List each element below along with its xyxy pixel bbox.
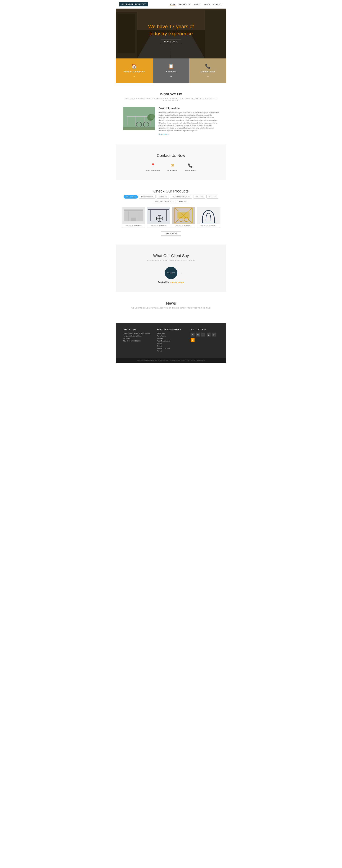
product-2-label: Item No.: JS-201BSF009 — [147, 224, 170, 227]
filter-shelter[interactable]: SHELTER — [206, 195, 218, 198]
hero-learn-more-button[interactable]: LEARN MORE — [161, 39, 181, 44]
hero-headline: We have 17 years of Industry experience — [148, 23, 194, 37]
address-label: OUR ADDRESS — [146, 169, 160, 171]
carousel-next-arrow[interactable]: › — [181, 271, 182, 275]
footer-link-benches[interactable]: Benches — [157, 338, 185, 339]
products-title: Check Our Products — [123, 189, 219, 193]
product-4-label: Item No.: JS-201BSF012 — [197, 224, 220, 227]
footer-link-shelter[interactable]: Shelter — [157, 345, 185, 347]
testimonial-logo: HYLANDER — [165, 267, 177, 279]
product-item-4[interactable]: Item No.: JS-201BSF012 — [197, 207, 220, 228]
address-icon: 📍 — [150, 163, 155, 168]
product-img-4 — [197, 207, 220, 224]
social-pinterest[interactable]: p — [212, 333, 216, 337]
news-title: News — [123, 301, 219, 306]
copyright-text: COPYRIGHT HANGZHOU HYLANDER TECHNOLOGY C… — [137, 360, 204, 361]
logo[interactable]: HYLANDER INDUSTRY — [119, 2, 148, 6]
footer-zip: Zip: 310012 — [123, 338, 151, 339]
hero-section: We have 17 years of Industry experience … — [116, 8, 226, 58]
contact-address: 📍 OUR ADDRESS — [146, 163, 160, 171]
product-item-2[interactable]: Item No.: JS-201BSF009 — [147, 207, 170, 228]
svg-point-19 — [150, 114, 155, 119]
nav-home[interactable]: HOME — [170, 3, 175, 6]
email-icon: ✉ — [171, 163, 174, 168]
social-twitter[interactable]: t — [201, 333, 205, 337]
phone-icon: 📞 — [188, 163, 193, 168]
basic-info-title: Basic Information — [159, 107, 219, 110]
email-label: OUR EMAIL — [167, 169, 178, 171]
filter-planter[interactable]: PLANTER — [177, 199, 189, 203]
svg-rect-22 — [124, 210, 143, 211]
social-icons-row: f 📷 t g p — [191, 333, 219, 337]
product-3-label: Item No.: JS-201BSF016 — [172, 224, 195, 227]
svg-rect-13 — [144, 117, 145, 125]
social-facebook[interactable]: f — [191, 333, 195, 337]
footer-link-bike-racks[interactable]: Bike Racks — [157, 333, 185, 334]
nav-products[interactable]: PRODUCTS — [179, 3, 190, 6]
product-filters: BIKE RACKS PICNIC TABLES BENCHES TRASH R… — [123, 195, 219, 203]
nav-about[interactable]: ABOUT — [194, 3, 200, 6]
nav-news[interactable]: NEWS — [204, 3, 210, 6]
svg-rect-26 — [131, 218, 136, 221]
about-us-icon: 📋 — [168, 63, 174, 69]
footer-bottom: COPYRIGHT HANGZHOU HYLANDER TECHNOLOGY C… — [116, 358, 226, 363]
product-categories-card[interactable]: 🏠 Product Categories → — [116, 58, 152, 83]
product-categories-arrow: → — [133, 75, 135, 78]
product-grid: Item No.: JS-201BSF015 Ite — [123, 207, 219, 228]
svg-rect-43 — [197, 207, 220, 224]
nav-list: HOME PRODUCTS ABOUT NEWS CONTACT — [170, 3, 223, 6]
testimonial-section: What Our Client Say Good products will h… — [116, 245, 226, 292]
social-google[interactable]: g — [207, 333, 210, 337]
footer-link-bollard[interactable]: Bollard — [157, 343, 185, 344]
footer-link-picnic-tables[interactable]: Picnic Tables — [157, 335, 185, 337]
testimonial-title: What Our Client Say — [123, 253, 219, 258]
filter-benches[interactable]: BENCHES — [157, 195, 169, 198]
contact-now-label: Contact Now — [201, 70, 215, 73]
footer-link-parking[interactable]: Parking lot &Utility — [157, 347, 185, 349]
main-nav: HOME PRODUCTS ABOUT NEWS CONTACT — [170, 3, 223, 6]
footer-categories-col: POPULAR CATEGORIES Bike Racks Picnic Tab… — [157, 329, 185, 352]
contact-now-icon: 📞 — [205, 63, 211, 69]
footer-contact-col: CONTACT US Office Address: Floor1,hujian… — [123, 329, 151, 352]
footer-link-planter[interactable]: Planter — [157, 350, 185, 352]
basic-info-body: Hylander is professional designer, manuf… — [159, 112, 219, 132]
about-us-card[interactable]: 📋 About us → — [152, 58, 190, 83]
filter-picnic-tables[interactable]: PICNIC TABLES — [139, 195, 156, 198]
news-section: News We update some updates about us or … — [116, 292, 226, 323]
product-item-3[interactable]: Item No.: JS-201BSF016 — [172, 207, 195, 228]
product-img-2 — [147, 207, 170, 224]
contact-us-title: Contact Us Now — [123, 153, 219, 158]
product-categories-label: Product Categories — [124, 70, 145, 73]
contact-phone: 📞 OUR PHONE — [185, 163, 196, 171]
testimonial-carousel: ‹ HYLANDER › — [123, 267, 219, 279]
basic-info-image — [123, 107, 155, 130]
news-subtitle: We update some updates about us or the i… — [123, 307, 219, 309]
rss-icon[interactable]: ⊕ — [191, 338, 195, 342]
filter-bollard[interactable]: BOLLARD — [193, 195, 205, 198]
contact-now-card[interactable]: 📞 Contact Now → — [190, 58, 226, 83]
basic-info-text: Basic Information Hylander is profession… — [159, 107, 219, 135]
hero-content: We have 17 years of Industry experience … — [148, 23, 194, 44]
products-section: Check Our Products BIKE RACKS PICNIC TAB… — [116, 180, 226, 245]
social-instagram[interactable]: 📷 — [196, 333, 200, 337]
footer-tel: TEL: 0086 13516960096 — [123, 340, 151, 342]
learn-more-button[interactable]: LEARN MORE — [161, 231, 181, 236]
header: HYLANDER INDUSTRY HOME PRODUCTS ABOUT NE… — [116, 0, 226, 8]
filter-trash-receptacles[interactable]: TRASH RECEPTACLES — [170, 195, 192, 198]
basic-info: Basic Information Hylander is profession… — [123, 107, 219, 135]
filter-parking[interactable]: PARKING LOT BUTILITY — [153, 199, 176, 203]
footer-categories-title: POPULAR CATEGORIES — [157, 329, 185, 331]
footer-link-trash[interactable]: Trash Receptacles — [157, 340, 185, 342]
what-we-do-subtitle: HYLANDER IS MAKING PUBLIC DOMAINS MORE F… — [123, 98, 219, 101]
footer-contact-title: CONTACT US — [123, 329, 151, 331]
view-products-link[interactable]: view products — [159, 133, 168, 135]
svg-rect-10 — [127, 117, 128, 125]
product-img-3 — [172, 207, 195, 224]
filter-bike-racks[interactable]: BIKE RACKS — [124, 195, 138, 198]
footer-address-1: Office Address: Floor1,hujiang building, — [123, 333, 151, 334]
carousel-prev-arrow[interactable]: ‹ — [160, 271, 161, 275]
product-item-1[interactable]: Item No.: JS-201BSF015 — [122, 207, 145, 228]
footer-address-2: Hangzhou,Zhejiang,China — [123, 335, 151, 337]
about-us-label: About us — [166, 70, 176, 73]
nav-contact[interactable]: CONTACT — [213, 3, 223, 6]
